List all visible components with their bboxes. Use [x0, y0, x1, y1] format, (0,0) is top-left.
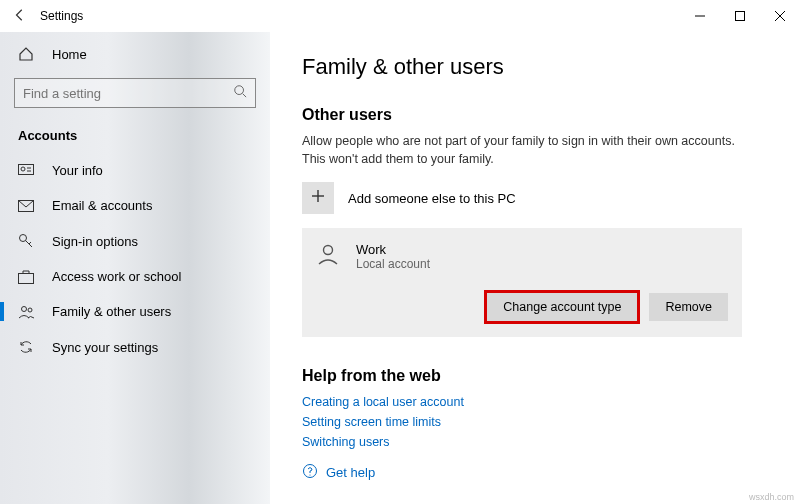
window-title: Settings: [40, 9, 83, 23]
sidebar-item-label: Family & other users: [52, 304, 171, 319]
sidebar-item-family[interactable]: Family & other users: [0, 294, 270, 329]
section-title: Accounts: [0, 122, 270, 153]
sidebar-item-signin[interactable]: Sign-in options: [0, 223, 270, 259]
svg-rect-14: [19, 273, 34, 283]
help-link[interactable]: Creating a local user account: [302, 395, 768, 409]
svg-rect-1: [736, 12, 745, 21]
help-link[interactable]: Switching users: [302, 435, 768, 449]
home-icon: [18, 46, 38, 62]
help-heading: Help from the web: [302, 367, 768, 385]
sidebar-item-work[interactable]: Access work or school: [0, 259, 270, 294]
home-label: Home: [52, 47, 87, 62]
other-users-desc: Allow people who are not part of your fa…: [302, 132, 742, 168]
person-card-icon: [18, 164, 38, 178]
svg-point-11: [20, 235, 27, 242]
people-icon: [18, 305, 38, 319]
other-users-heading: Other users: [302, 106, 768, 124]
svg-line-5: [243, 94, 247, 98]
titlebar: Settings: [0, 0, 800, 32]
svg-point-19: [324, 246, 333, 255]
sync-icon: [18, 339, 38, 355]
add-user-button[interactable]: [302, 182, 334, 214]
svg-point-15: [22, 306, 27, 311]
sidebar-item-label: Sign-in options: [52, 234, 138, 249]
sidebar-item-label: Your info: [52, 163, 103, 178]
briefcase-icon: [18, 270, 38, 284]
get-help-label: Get help: [326, 465, 375, 480]
svg-point-4: [235, 86, 244, 95]
change-account-type-button[interactable]: Change account type: [487, 293, 637, 321]
watermark: wsxdh.com: [749, 492, 794, 502]
sidebar-item-label: Access work or school: [52, 269, 181, 284]
sidebar: Home Accounts Your info Email & accounts…: [0, 32, 270, 504]
sidebar-item-your-info[interactable]: Your info: [0, 153, 270, 188]
main-content: Family & other users Other users Allow p…: [270, 32, 800, 504]
add-user-label: Add someone else to this PC: [348, 191, 516, 206]
svg-point-16: [28, 308, 32, 312]
get-help-link[interactable]: Get help: [302, 463, 768, 482]
plus-icon: [310, 188, 326, 208]
svg-line-13: [29, 242, 31, 244]
mail-icon: [18, 200, 38, 212]
user-subtitle: Local account: [356, 257, 430, 271]
sidebar-item-label: Sync your settings: [52, 340, 158, 355]
sidebar-item-email[interactable]: Email & accounts: [0, 188, 270, 223]
remove-button[interactable]: Remove: [649, 293, 728, 321]
sidebar-item-label: Email & accounts: [52, 198, 152, 213]
close-button[interactable]: [760, 0, 800, 32]
help-link[interactable]: Setting screen time limits: [302, 415, 768, 429]
search-input[interactable]: [23, 86, 233, 101]
svg-point-7: [21, 167, 25, 171]
page-title: Family & other users: [302, 54, 768, 80]
maximize-button[interactable]: [720, 0, 760, 32]
home-nav[interactable]: Home: [0, 40, 270, 68]
svg-point-21: [309, 475, 310, 476]
help-icon: [302, 463, 318, 482]
user-icon: [316, 242, 344, 270]
back-button[interactable]: [0, 8, 40, 25]
key-icon: [18, 233, 38, 249]
user-name: Work: [356, 242, 430, 257]
user-card[interactable]: Work Local account Change account type R…: [302, 228, 742, 337]
add-user-row[interactable]: Add someone else to this PC: [302, 182, 768, 214]
search-icon: [233, 84, 247, 102]
minimize-button[interactable]: [680, 0, 720, 32]
search-box[interactable]: [14, 78, 256, 108]
sidebar-item-sync[interactable]: Sync your settings: [0, 329, 270, 365]
